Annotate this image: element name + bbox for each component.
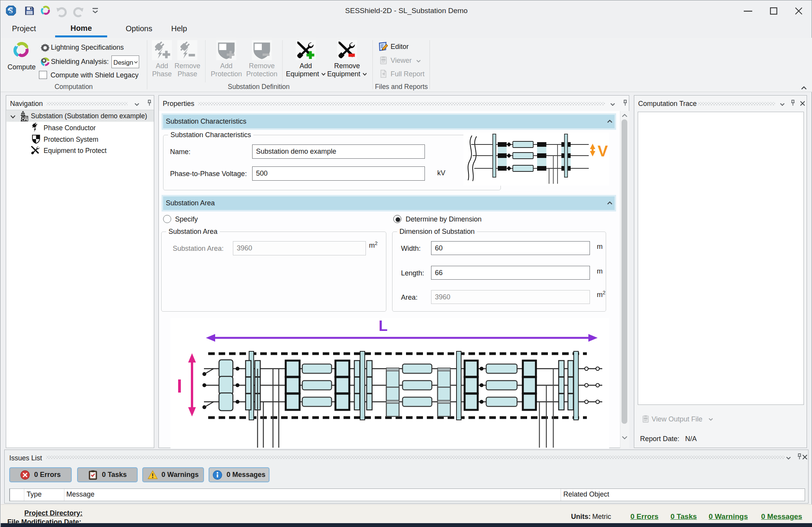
svg-text:V: V bbox=[598, 143, 608, 159]
svg-text:L: L bbox=[379, 318, 387, 334]
